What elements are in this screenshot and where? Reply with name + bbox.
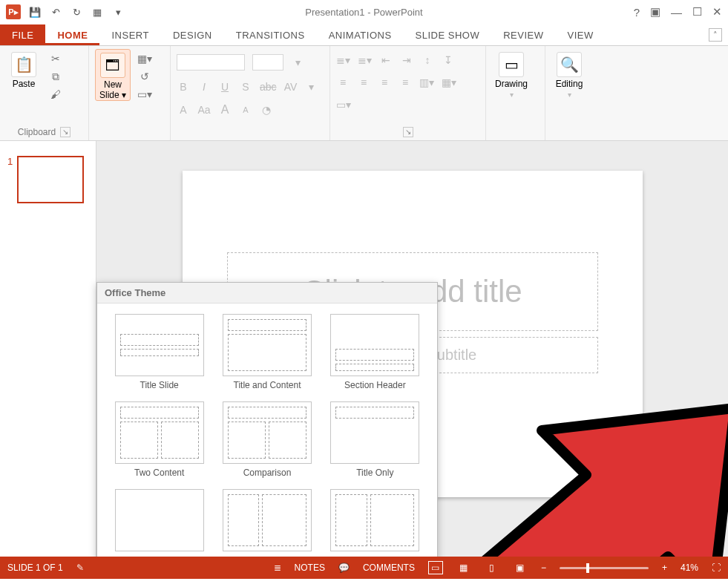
reset-icon[interactable]: ↺ (137, 70, 153, 83)
change-case-button[interactable]: Aa (197, 104, 211, 116)
font-more-dd-icon[interactable]: ▾ (305, 81, 318, 93)
tab-animations[interactable]: ANIMATIONS (317, 24, 404, 45)
new-slide-icon: 🗔 (100, 53, 125, 78)
italic-button[interactable]: I (197, 81, 211, 93)
columns-icon[interactable]: ▥▾ (419, 76, 434, 88)
ribbon: 📋 Paste ✂ ⧉ 🖌 Clipboard↘ 🗔 New Slide ▾ ▦… (0, 46, 728, 141)
copy-icon[interactable]: ⧉ (47, 70, 64, 83)
layout-dropdown-header: Office Theme (97, 283, 437, 304)
paste-button[interactable]: 📋 Paste (6, 49, 42, 89)
cut-icon[interactable]: ✂ (47, 52, 64, 65)
bold-button[interactable]: B (177, 81, 190, 93)
reading-view-icon[interactable]: ▯ (485, 561, 499, 574)
char-spacing-button[interactable]: AV (284, 81, 298, 93)
tab-transitions[interactable]: TRANSITIONS (224, 24, 317, 45)
layout-two-content[interactable]: Two Content (111, 401, 208, 479)
collapse-ribbon-icon[interactable]: ˄ (709, 28, 722, 42)
comments-icon[interactable]: 💬 (338, 563, 350, 573)
section-icon[interactable]: ▭▾ (137, 88, 153, 101)
zoom-out-button[interactable]: − (541, 563, 546, 573)
group-drawing: ▭ Drawing ▾ (486, 46, 545, 140)
comments-button[interactable]: COMMENTS (363, 563, 415, 573)
layout-label: Title Only (356, 468, 393, 479)
tab-view[interactable]: VIEW (556, 24, 606, 45)
smartart-icon[interactable]: ▭▾ (336, 99, 351, 111)
maximize-icon[interactable]: ☐ (692, 5, 702, 19)
align-text-icon[interactable]: ▦▾ (442, 76, 456, 88)
tab-slideshow[interactable]: SLIDE SHOW (404, 24, 492, 45)
strike-button[interactable]: abc (260, 81, 277, 93)
drawing-icon: ▭ (499, 52, 524, 77)
slide-thumbnail-pane: 1 (0, 141, 96, 557)
shadow-button[interactable]: S (239, 81, 252, 93)
numbering-icon[interactable]: ≣▾ (358, 54, 372, 66)
help-icon[interactable]: ? (634, 6, 640, 19)
new-slide-label: New Slide ▾ (99, 79, 126, 100)
align-center-icon[interactable]: ≡ (357, 76, 370, 88)
sorter-view-icon[interactable]: ▦ (456, 561, 471, 574)
ribbon-tabs: FILE HOME INSERT DESIGN TRANSITIONS ANIM… (0, 24, 728, 46)
layout-content-with-caption[interactable]: Content with Caption (218, 489, 315, 557)
zoom-in-button[interactable]: + (662, 563, 667, 573)
slide-thumbnail[interactable] (17, 156, 84, 203)
title-bar: P▸ 💾 ↶ ↻ ▦ ▾ Presentation1 - PowerPoint … (0, 0, 728, 24)
fit-to-window-icon[interactable]: ⛶ (712, 563, 721, 573)
layout-label: Section Header (344, 381, 406, 391)
underline-button[interactable]: U (218, 81, 232, 93)
align-right-icon[interactable]: ≡ (378, 76, 391, 88)
clear-formatting-button[interactable]: ◔ (260, 104, 273, 116)
close-icon[interactable]: ✕ (712, 5, 722, 19)
notes-icon[interactable]: ≣ (274, 563, 281, 573)
shrink-font-button[interactable]: A (239, 105, 252, 114)
tab-home[interactable]: HOME (45, 24, 99, 45)
layout-title-slide[interactable]: Title Slide (111, 314, 208, 391)
slideshow-view-icon[interactable]: ▣ (513, 561, 528, 574)
text-direction-icon[interactable]: ↧ (442, 54, 455, 66)
notes-button[interactable]: NOTES (295, 563, 325, 573)
new-slide-layout-dropdown: Office Theme Title Slide Title and Conte… (96, 282, 438, 557)
font-size-input[interactable] (252, 54, 283, 70)
layout-picture-with-caption[interactable]: Picture with Caption (327, 489, 424, 557)
layout-label: Title Slide (140, 381, 179, 391)
ribbon-display-icon[interactable]: ▣ (650, 5, 660, 19)
editing-button[interactable]: 🔍 Editing ▾ (551, 49, 587, 99)
justify-icon[interactable]: ≡ (399, 76, 412, 88)
group-font: ▾ B I U S abc AV ▾ A Aa A A ◔ . (171, 46, 330, 140)
layout-comparison[interactable]: Comparison (218, 401, 315, 479)
tab-file[interactable]: FILE (0, 24, 45, 45)
tab-insert[interactable]: INSERT (99, 24, 160, 45)
spellcheck-icon[interactable]: ✎ (76, 563, 84, 573)
format-painter-icon[interactable]: 🖌 (47, 88, 64, 101)
clipboard-launcher-icon[interactable]: ↘ (60, 127, 70, 137)
paragraph-launcher-icon[interactable]: ↘ (403, 127, 413, 137)
align-left-icon[interactable]: ≡ (336, 76, 350, 88)
layout-title-only[interactable]: Title Only (327, 401, 424, 479)
indent-dec-icon[interactable]: ⇤ (379, 54, 393, 66)
tab-design[interactable]: DESIGN (161, 24, 224, 45)
font-color-button[interactable]: A (177, 104, 190, 116)
layout-label: Two Content (134, 468, 184, 479)
font-name-input[interactable] (177, 54, 245, 70)
slide-counter: SLIDE 1 OF 1 (7, 563, 63, 573)
layout-label: Picture with Caption (335, 556, 415, 557)
editing-label: Editing (556, 79, 583, 89)
indent-inc-icon[interactable]: ⇥ (400, 54, 413, 66)
tab-review[interactable]: REVIEW (491, 24, 555, 45)
bullets-icon[interactable]: ≣▾ (336, 54, 350, 66)
kerning-dd-icon[interactable]: ▾ (291, 56, 304, 68)
thumb-number: 1 (7, 156, 13, 167)
layout-title-and-content[interactable]: Title and Content (218, 314, 315, 391)
minimize-icon[interactable]: — (671, 6, 682, 19)
new-slide-button[interactable]: 🗔 New Slide ▾ (95, 49, 131, 101)
layout-blank[interactable]: Blank (111, 489, 208, 557)
zoom-level[interactable]: 41% (681, 563, 698, 573)
line-spacing-icon[interactable]: ↕ (421, 54, 434, 66)
drawing-label: Drawing (495, 79, 528, 89)
zoom-slider[interactable] (560, 567, 649, 569)
normal-view-icon[interactable]: ▭ (428, 561, 443, 574)
drawing-button[interactable]: ▭ Drawing ▾ (492, 49, 531, 99)
layout-icon[interactable]: ▦▾ (137, 52, 153, 65)
grow-font-button[interactable]: A (218, 103, 232, 117)
layout-section-header[interactable]: Section Header (327, 314, 424, 391)
layout-label: Title and Content (234, 381, 301, 391)
